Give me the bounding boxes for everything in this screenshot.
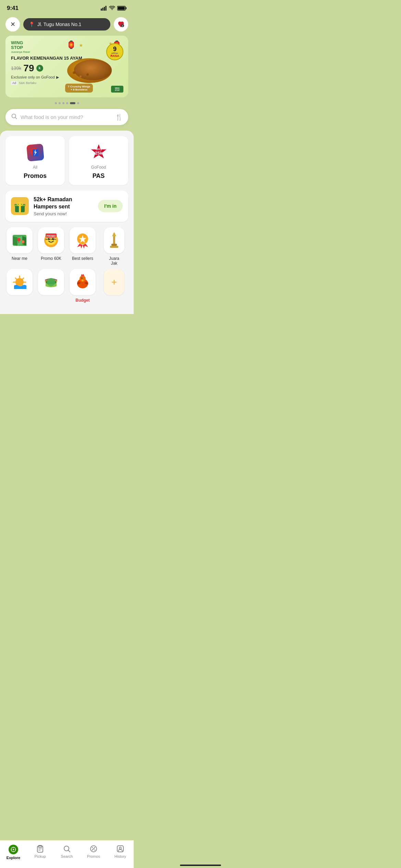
gofood-pas-title: PAS xyxy=(93,172,105,180)
promo-cards-row: All Promos Only 25k GoFood PAS xyxy=(5,136,128,185)
more-icon-box: + xyxy=(104,269,124,295)
rasa-number: 9 xyxy=(113,46,117,52)
status-time: 9:41 xyxy=(7,5,19,12)
wings-box: 7 Crunchy Wings+ 8 Boneless xyxy=(65,84,93,93)
rasa-label: RASA xyxy=(110,54,119,58)
svg-line-50 xyxy=(22,278,24,279)
ad-badge: Ad xyxy=(11,81,17,85)
promo-60k-icon-box: PROMO MAKSIMAL xyxy=(38,227,64,253)
all-promos-icon xyxy=(26,144,44,161)
dot-5 xyxy=(70,102,75,104)
location-selector[interactable]: 📍 Jl. Tugu Monas No.1 xyxy=(23,18,110,31)
budget-icon xyxy=(74,273,92,291)
main-content: All Promos Only 25k GoFood PAS xyxy=(0,131,134,314)
best-sellers-label: Best sellers xyxy=(72,256,93,261)
old-price: 139k xyxy=(11,65,21,71)
svg-text:MAKSIMAL: MAKSIMAL xyxy=(46,238,57,240)
new-price: 79 xyxy=(23,63,34,74)
svg-text:25k: 25k xyxy=(95,150,103,156)
juara-icon-box xyxy=(104,227,124,253)
ramadan-banner[interactable]: 52k+ RamadanHampers sent Send yours now!… xyxy=(5,191,128,222)
svg-rect-2 xyxy=(104,7,105,11)
battery-icon xyxy=(117,6,127,11)
near-me-label: Near me xyxy=(12,256,27,261)
gofood-pas-icon-area: Only 25k xyxy=(89,143,108,162)
im-in-button[interactable]: I'm in xyxy=(98,200,123,212)
svg-rect-41 xyxy=(111,244,117,246)
ramadan-title-text: 52k+ RamadanHampers sent xyxy=(34,196,72,209)
promo-banner[interactable]: WINGSTOP Juaranya Rasa! FLAVOR KEMENANGA… xyxy=(5,36,128,97)
search-magnify-icon xyxy=(11,113,17,121)
category-grid-2: Budget + xyxy=(5,269,128,303)
category-grid-1: Near me xyxy=(5,227,128,266)
gofood-pas-card[interactable]: Only 25k GoFood PAS xyxy=(69,136,128,185)
svg-line-48 xyxy=(15,278,17,279)
wifi-icon xyxy=(109,6,115,11)
promo60k-icon: PROMO MAKSIMAL xyxy=(42,231,60,249)
category-promo-60k[interactable]: PROMO MAKSIMAL Promo 60K xyxy=(37,227,65,266)
profile-button[interactable]: i xyxy=(114,17,128,32)
starburst-icon: Only 25k xyxy=(89,143,108,162)
cutlery-icon: 🍴 xyxy=(115,113,123,121)
svg-text:PROMO: PROMO xyxy=(47,235,56,237)
dot-4 xyxy=(66,102,68,104)
sun-icon-box xyxy=(7,269,33,295)
svg-rect-0 xyxy=(101,9,102,11)
svg-rect-42 xyxy=(110,246,118,248)
category-more[interactable]: + xyxy=(100,269,128,303)
category-green[interactable] xyxy=(37,269,65,303)
svg-rect-6 xyxy=(126,7,127,9)
dot-1 xyxy=(55,102,57,104)
svg-point-58 xyxy=(82,278,82,278)
svg-point-4 xyxy=(112,9,113,10)
all-promos-icon-area xyxy=(26,143,45,162)
svg-text:i: i xyxy=(122,24,123,27)
svg-marker-40 xyxy=(112,232,116,236)
best-sellers-icon-box xyxy=(70,227,96,253)
svg-rect-7 xyxy=(118,7,125,10)
signal-icon xyxy=(101,6,107,11)
brand-name: WINGSTOP xyxy=(11,40,123,50)
header: ✕ 📍 Jl. Tugu Monas No.1 i xyxy=(0,14,134,36)
svg-point-23 xyxy=(19,203,21,205)
category-near-me[interactable]: Near me xyxy=(5,227,34,266)
green-icon-box xyxy=(38,269,64,295)
category-juara[interactable]: JuaraJak xyxy=(100,227,128,266)
k-badge: k xyxy=(36,65,43,72)
dot-2 xyxy=(59,102,61,104)
close-button[interactable]: ✕ xyxy=(5,17,20,32)
svg-rect-1 xyxy=(102,8,104,11)
dot-3 xyxy=(62,102,64,104)
bestsellers-icon xyxy=(74,231,92,249)
map-icon xyxy=(11,231,28,249)
category-sun[interactable] xyxy=(5,269,34,303)
search-placeholder: What food is on your mind? xyxy=(21,114,112,120)
ramadan-subtitle: Send yours now! xyxy=(34,211,93,216)
pin-icon: 📍 xyxy=(29,22,35,27)
all-promos-label: All xyxy=(33,165,37,170)
budget-icon-box xyxy=(70,269,96,295)
close-icon: ✕ xyxy=(10,21,15,28)
plus-icon: + xyxy=(111,277,117,288)
category-best-sellers[interactable]: Best sellers xyxy=(69,227,97,266)
heart-info-icon: i xyxy=(117,21,125,28)
green-icon xyxy=(42,273,60,291)
juara-label: JuaraJak xyxy=(109,256,119,266)
all-promos-card[interactable]: All Promos xyxy=(5,136,65,185)
category-budget[interactable]: Budget xyxy=(69,269,97,303)
juara-icon xyxy=(106,232,122,249)
category-section: Near me xyxy=(5,227,128,303)
status-icons xyxy=(101,6,127,11)
svg-rect-3 xyxy=(106,6,107,11)
location-text: Jl. Tugu Monas No.1 xyxy=(37,22,81,27)
promo-60k-label: Promo 60K xyxy=(41,256,61,261)
near-me-icon-box xyxy=(7,227,33,253)
search-bar[interactable]: What food is on your mind? 🍴 xyxy=(5,109,128,125)
ad-terms: S&K Berlaku xyxy=(19,81,36,85)
svg-point-53 xyxy=(47,278,55,286)
banner-dots xyxy=(0,102,134,104)
ramadan-title: 52k+ RamadanHampers sent xyxy=(34,196,93,210)
status-bar: 9:41 xyxy=(0,0,134,14)
ramadan-text: 52k+ RamadanHampers sent Send yours now! xyxy=(34,196,93,216)
all-promos-title: Promos xyxy=(24,172,47,180)
